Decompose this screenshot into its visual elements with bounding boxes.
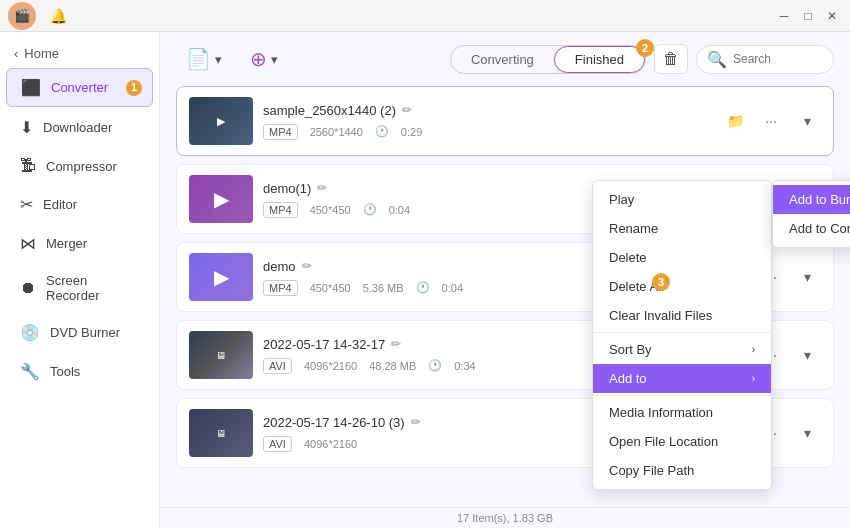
sidebar-item-dvd-burner[interactable]: 💿 DVD Burner: [6, 314, 153, 351]
duration-label: 0:04: [442, 282, 463, 294]
file-thumbnail: 🖥: [189, 331, 253, 379]
duration-label: 0:29: [401, 126, 422, 138]
edit-icon[interactable]: ✏: [317, 181, 327, 195]
notification-icon[interactable]: 🔔: [44, 2, 72, 30]
ctx-delete-all[interactable]: Delete All: [593, 272, 771, 301]
delete-all-button[interactable]: 🗑: [654, 44, 688, 74]
file-meta: MP4 2560*1440 🕐 0:29: [263, 124, 711, 140]
format-badge: MP4: [263, 202, 298, 218]
sidebar-item-converter[interactable]: ⬛ Converter 1: [6, 68, 153, 107]
resolution-label: 4096*2160: [304, 438, 357, 450]
sidebar-item-label: Compressor: [46, 159, 117, 174]
minimize-button[interactable]: ─: [774, 6, 794, 26]
tab-group: Converting Finished: [450, 45, 646, 74]
ctx-sort-by[interactable]: Sort By ›: [593, 335, 771, 364]
back-label: Home: [24, 46, 59, 61]
clock-icon: 🕐: [428, 359, 442, 372]
compressor-icon: 🗜: [20, 157, 36, 175]
sidebar-item-label: Merger: [46, 236, 87, 251]
file-thumbnail: ▶: [189, 97, 253, 145]
format-badge: AVI: [263, 436, 292, 452]
add-folder-arrow: ▾: [271, 52, 278, 67]
sidebar-item-editor[interactable]: ✂ Editor: [6, 186, 153, 223]
clock-icon: 🕐: [363, 203, 377, 216]
add-folder-icon: ⊕: [250, 47, 267, 71]
ctx-delete[interactable]: Delete: [593, 243, 771, 272]
ctx-play[interactable]: Play: [593, 185, 771, 214]
ctx-add-to[interactable]: Add to ›: [593, 364, 771, 393]
folder-open-button[interactable]: 📁: [721, 107, 749, 135]
file-thumbnail: 🖥: [189, 409, 253, 457]
edit-icon[interactable]: ✏: [391, 337, 401, 351]
ctx-media-info[interactable]: Media Information: [593, 398, 771, 427]
sidebar-item-screen-recorder[interactable]: ⏺ Screen Recorder: [6, 264, 153, 312]
finished-badge: 2: [636, 39, 654, 57]
add-file-button[interactable]: 📄 ▾: [176, 42, 232, 76]
search-icon: 🔍: [707, 50, 727, 69]
ctx-clear-invalid[interactable]: Clear Invalid Files: [593, 301, 771, 330]
sub-burn-list[interactable]: Add to Burn List: [773, 185, 850, 214]
back-arrow-icon: ‹: [14, 46, 18, 61]
table-row: ▶ sample_2560x1440 (2) ✏ MP4 2560*1440 🕐…: [176, 86, 834, 156]
add-folder-button[interactable]: ⊕ ▾: [240, 42, 288, 76]
status-bar: 17 Item(s), 1.83 GB: [160, 507, 850, 528]
ctx-open-file[interactable]: Open File Location: [593, 427, 771, 456]
sidebar-item-downloader[interactable]: ⬇ Downloader: [6, 109, 153, 146]
expand-button[interactable]: ▾: [793, 341, 821, 369]
context-submenu: Add to Burn List Add to Compress List: [772, 180, 850, 248]
ctx-arrow-icon: ›: [752, 373, 755, 384]
toolbar: 📄 ▾ ⊕ ▾ Converting Finished 2 🗑 🔍: [160, 32, 850, 86]
converter-icon: ⬛: [21, 78, 41, 97]
sub-compress-list[interactable]: Add to Compress List: [773, 214, 850, 243]
sidebar-item-compressor[interactable]: 🗜 Compressor: [6, 148, 153, 184]
context-menu: Play Rename Delete Delete All Clear Inva…: [592, 180, 772, 490]
search-input[interactable]: [733, 52, 823, 66]
duration-label: 0:04: [389, 204, 410, 216]
merger-icon: ⋈: [20, 234, 36, 253]
app-avatar-icon: 🎬: [8, 2, 36, 30]
play-icon: ▶: [214, 187, 229, 211]
size-label: 5.36 MB: [363, 282, 404, 294]
main-content: ‹ 📄 ▾ ⊕ ▾ Converting Finished 2 🗑: [160, 32, 850, 528]
tab-converting[interactable]: Converting: [451, 46, 554, 73]
screen-recorder-icon: ⏺: [20, 279, 36, 297]
file-thumbnail: ▶: [189, 253, 253, 301]
expand-button[interactable]: ▾: [793, 107, 821, 135]
expand-button[interactable]: ▾: [793, 419, 821, 447]
close-button[interactable]: ✕: [822, 6, 842, 26]
duration-label: 0:34: [454, 360, 475, 372]
resolution-label: 450*450: [310, 282, 351, 294]
sidebar-item-label: Editor: [43, 197, 77, 212]
maximize-button[interactable]: □: [798, 6, 818, 26]
expand-button[interactable]: ▾: [793, 263, 821, 291]
back-button[interactable]: ‹ Home: [0, 40, 159, 67]
ctx-arrow-icon: ›: [752, 344, 755, 355]
edit-icon[interactable]: ✏: [411, 415, 421, 429]
ctx-copy-path[interactable]: Copy File Path: [593, 456, 771, 485]
clock-icon: 🕐: [416, 281, 430, 294]
sidebar-item-tools[interactable]: 🔧 Tools: [6, 353, 153, 390]
edit-icon[interactable]: ✏: [402, 103, 412, 117]
sidebar-item-label: Converter: [51, 80, 108, 95]
play-icon: 🖥: [216, 350, 226, 361]
file-thumbnail: ▶: [189, 175, 253, 223]
editor-icon: ✂: [20, 195, 33, 214]
file-actions: 📁 ··· ▾: [721, 107, 821, 135]
sidebar-item-label: DVD Burner: [50, 325, 120, 340]
sidebar: ‹ Home ⬛ Converter 1 ⬇ Downloader 🗜 Comp…: [0, 32, 160, 528]
search-box: 🔍: [696, 45, 834, 74]
resolution-label: 450*450: [310, 204, 351, 216]
sidebar-item-label: Screen Recorder: [46, 273, 139, 303]
ctx-rename[interactable]: Rename: [593, 214, 771, 243]
resolution-label: 2560*1440: [310, 126, 363, 138]
badge-3: 3: [652, 273, 670, 291]
badge-3-container: 3: [652, 272, 670, 291]
file-info: sample_2560x1440 (2) ✏ MP4 2560*1440 🕐 0…: [253, 103, 721, 140]
tab-finished[interactable]: Finished: [554, 46, 645, 73]
sidebar-item-merger[interactable]: ⋈ Merger: [6, 225, 153, 262]
title-bar: 🎬 🔔 ─ □ ✕: [0, 0, 850, 32]
tools-icon: 🔧: [20, 362, 40, 381]
converter-badge: 1: [126, 80, 142, 96]
more-options-button[interactable]: ···: [757, 107, 785, 135]
edit-icon[interactable]: ✏: [302, 259, 312, 273]
